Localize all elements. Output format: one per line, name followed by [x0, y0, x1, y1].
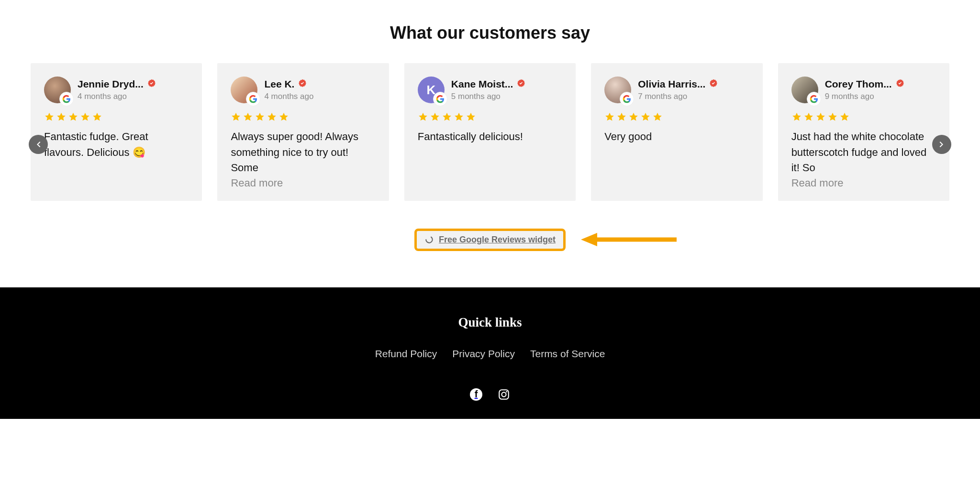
reviewer-name: Olivia Harris...: [638, 78, 705, 90]
review-time: 4 months ago: [78, 92, 156, 101]
review-text: Just had the white chocolate butterscotc…: [791, 129, 936, 176]
avatar: K: [418, 77, 445, 103]
avatar: [44, 77, 71, 103]
star-icon: [68, 112, 78, 122]
footer-link[interactable]: Privacy Policy: [452, 348, 515, 360]
star-icon: [628, 112, 639, 122]
star-icon: [466, 112, 476, 122]
widget-link-label: Free Google Reviews widget: [439, 235, 556, 245]
carousel-prev-button[interactable]: [29, 135, 48, 154]
chevron-right-icon: [936, 139, 947, 150]
review-text: Fantastically delicious!: [418, 129, 562, 145]
star-rating: [44, 112, 189, 122]
star-icon: [652, 112, 663, 122]
avatar: [231, 77, 257, 103]
footer: Quick links Refund PolicyPrivacy PolicyT…: [0, 287, 980, 419]
widget-callout-row: Free Google Reviews widget: [0, 229, 980, 251]
read-more-link[interactable]: Read more: [231, 177, 375, 189]
footer-link[interactable]: Refund Policy: [375, 348, 437, 360]
review-card: Lee K.4 months agoAlways super good! Alw…: [217, 63, 389, 201]
google-icon: [246, 92, 260, 106]
star-icon: [243, 112, 253, 122]
review-time: 5 months ago: [451, 92, 526, 101]
star-icon: [454, 112, 464, 122]
star-rating: [604, 112, 749, 122]
star-icon: [44, 112, 55, 122]
star-icon: [231, 112, 241, 122]
star-icon: [640, 112, 651, 122]
review-header: Corey Thom...9 months ago: [791, 77, 936, 103]
verified-badge-icon: [298, 79, 307, 89]
star-icon: [267, 112, 277, 122]
reviewer-name: Corey Thom...: [825, 78, 892, 90]
avatar: [604, 77, 631, 103]
star-icon: [56, 112, 67, 122]
avatar: [791, 77, 818, 103]
free-widget-link[interactable]: Free Google Reviews widget: [414, 229, 566, 251]
facebook-icon: f: [470, 388, 482, 401]
read-more-link[interactable]: Read more: [791, 177, 936, 189]
star-icon: [442, 112, 452, 122]
arrow-annotation-icon: [581, 230, 677, 249]
svg-marker-5: [581, 233, 597, 246]
carousel-next-button[interactable]: [932, 135, 951, 154]
footer-link[interactable]: Terms of Service: [530, 348, 605, 360]
star-rating: [418, 112, 562, 122]
spinner-icon: [424, 235, 434, 244]
instagram-icon: [498, 388, 510, 401]
google-icon: [433, 92, 447, 106]
review-header: Lee K.4 months ago: [231, 77, 375, 103]
star-icon: [278, 112, 289, 122]
star-rating: [231, 112, 375, 122]
reviewer-name: Jennie Dryd...: [78, 78, 144, 90]
star-icon: [418, 112, 428, 122]
review-text: Very good: [604, 129, 749, 145]
chevron-left-icon: [33, 139, 44, 150]
footer-heading: Quick links: [0, 315, 980, 330]
google-icon: [620, 92, 634, 106]
review-header: Jennie Dryd...4 months ago: [44, 77, 189, 103]
star-icon: [616, 112, 627, 122]
review-card: Jennie Dryd...4 months agoFantastic fudg…: [31, 63, 202, 201]
review-time: 4 months ago: [264, 92, 313, 101]
review-time: 7 months ago: [638, 92, 718, 101]
facebook-link[interactable]: f: [470, 388, 482, 403]
verified-badge-icon: [147, 79, 156, 89]
google-icon: [59, 92, 74, 106]
star-icon: [815, 112, 826, 122]
star-rating: [791, 112, 936, 122]
review-header: Olivia Harris...7 months ago: [604, 77, 749, 103]
star-icon: [92, 112, 102, 122]
star-icon: [803, 112, 814, 122]
verified-badge-icon: [896, 79, 904, 89]
star-icon: [827, 112, 838, 122]
review-text: Always super good! Always something nice…: [231, 129, 375, 176]
review-card: Corey Thom...9 months agoJust had the wh…: [778, 63, 949, 201]
reviewer-name: Kane Moist...: [451, 78, 513, 90]
verified-badge-icon: [709, 79, 718, 89]
verified-badge-icon: [517, 79, 525, 89]
review-card: KKane Moist...5 months agoFantastically …: [404, 63, 576, 201]
star-icon: [604, 112, 615, 122]
social-row: f: [0, 388, 980, 403]
star-icon: [430, 112, 440, 122]
section-heading: What our customers say: [0, 23, 980, 43]
star-icon: [80, 112, 90, 122]
review-text: Fantastic fudge. Great flavours. Delicio…: [44, 129, 189, 160]
google-icon: [807, 92, 821, 106]
reviews-carousel: Jennie Dryd...4 months agoFantastic fudg…: [31, 63, 949, 201]
star-icon: [255, 112, 265, 122]
star-icon: [791, 112, 802, 122]
review-card: Olivia Harris...7 months agoVery good: [591, 63, 762, 201]
review-time: 9 months ago: [825, 92, 904, 101]
instagram-link[interactable]: [498, 388, 510, 403]
star-icon: [839, 112, 850, 122]
reviewer-name: Lee K.: [264, 78, 294, 90]
footer-links: Refund PolicyPrivacy PolicyTerms of Serv…: [0, 348, 980, 360]
review-header: KKane Moist...5 months ago: [418, 77, 562, 103]
